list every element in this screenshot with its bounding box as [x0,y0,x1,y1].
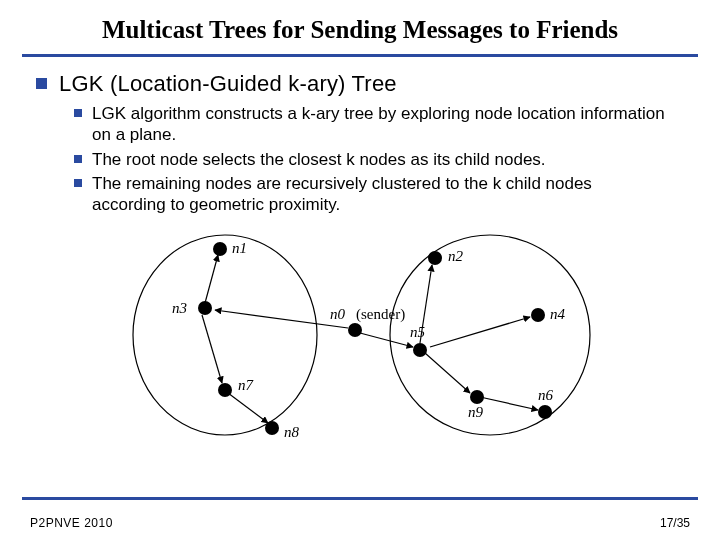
svg-point-22 [428,251,442,265]
title-divider [22,54,698,57]
svg-point-11 [198,301,212,315]
svg-point-28 [538,405,552,419]
node-n9: n9 [468,390,484,420]
node-n6: n6 [538,387,554,419]
svg-line-3 [228,393,268,423]
svg-line-4 [360,333,413,347]
svg-point-24 [531,308,545,322]
tree-diagram: n1 n3 n7 n8 n0 (sender) n5 n2 n [120,225,600,455]
svg-text:n8: n8 [284,424,300,440]
svg-line-8 [430,317,530,347]
svg-text:n1: n1 [232,240,247,256]
footer-conference: P2PNVE 2010 [30,516,113,530]
node-n5: n5 [410,324,427,357]
node-n2: n2 [428,248,464,265]
list-item-text: The root node selects the closest k node… [92,149,546,170]
list-item: The root node selects the closest k node… [74,149,698,170]
square-bullet-icon [74,109,82,117]
square-bullet-icon [36,78,47,89]
square-bullet-icon [74,179,82,187]
list-item-text: LGK algorithm constructs a k-ary tree by… [92,103,668,146]
footer-divider [22,497,698,500]
svg-text:n6: n6 [538,387,554,403]
svg-point-15 [265,421,279,435]
section-heading-row: LGK (Location-Guided k-ary) Tree [36,71,698,97]
svg-line-1 [205,255,218,303]
list-item-text: The remaining nodes are recursively clus… [92,173,668,216]
list-item: The remaining nodes are recursively clus… [74,173,698,216]
bullet-list: LGK algorithm constructs a k-ary tree by… [74,103,698,215]
node-n7: n7 [218,377,255,397]
node-n1: n1 [213,240,247,256]
page-title: Multicast Trees for Sending Messages to … [22,12,698,54]
svg-point-26 [470,390,484,404]
node-n3: n3 [172,300,212,316]
svg-text:n5: n5 [410,324,426,340]
svg-point-13 [218,383,232,397]
svg-text:n4: n4 [550,306,566,322]
svg-line-0 [215,310,348,328]
svg-text:(sender): (sender) [356,306,405,323]
node-n8: n8 [265,421,300,440]
svg-text:n3: n3 [172,300,187,316]
section-heading: LGK (Location-Guided k-ary) Tree [59,71,397,97]
node-n0: n0 (sender) [330,306,405,337]
svg-point-20 [413,343,427,357]
svg-line-2 [202,315,222,383]
svg-text:n9: n9 [468,404,484,420]
svg-line-7 [480,397,538,410]
svg-point-9 [213,242,227,256]
svg-text:n0: n0 [330,306,346,322]
svg-text:n2: n2 [448,248,464,264]
svg-text:n7: n7 [238,377,255,393]
cluster-ellipse-left [133,235,317,435]
node-n4: n4 [531,306,566,322]
footer-page-number: 17/35 [660,516,690,530]
square-bullet-icon [74,155,82,163]
list-item: LGK algorithm constructs a k-ary tree by… [74,103,698,146]
svg-line-6 [425,353,470,393]
svg-point-17 [348,323,362,337]
